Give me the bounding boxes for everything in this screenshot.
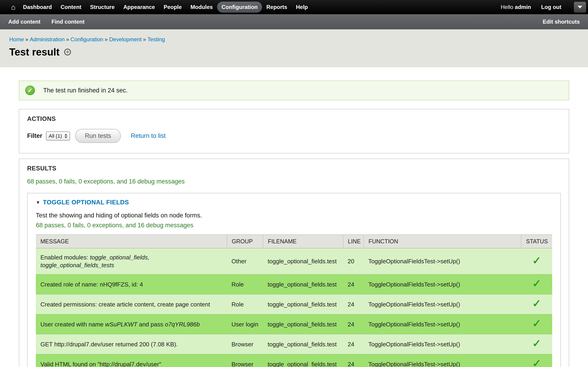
shortcut-link-find-content[interactable]: Find content: [52, 19, 85, 25]
cell-filename: toggle_optional_fields.test: [263, 314, 343, 334]
filter-select[interactable]: All (1): [46, 131, 70, 141]
page-header: Home»Administration»Configuration»Develo…: [0, 29, 588, 67]
select-stepper-icon: [65, 134, 67, 138]
shortcut-links: Add contentFind content: [8, 19, 85, 25]
logout-link[interactable]: Log out: [541, 4, 561, 10]
table-row: Created permissions: create article cont…: [36, 294, 552, 314]
toolbar-item-help[interactable]: Help: [292, 2, 312, 13]
cell-line: 24: [343, 274, 364, 294]
shortcut-link-add-content[interactable]: Add content: [8, 19, 40, 25]
page-title: Test result: [9, 46, 60, 58]
cell-message: Enabled modules: toggle_optional_fields,…: [36, 248, 227, 274]
cell-group: Other: [227, 248, 263, 274]
results-table-body: Enabled modules: toggle_optional_fields,…: [36, 248, 552, 367]
pass-check-icon: ✓: [532, 255, 541, 267]
breadcrumb-separator: »: [141, 36, 147, 42]
status-message-text: The test run finished in 24 sec.: [43, 87, 128, 94]
cell-function: ToggleOptionalFieldsTest->setUp(): [363, 274, 521, 294]
edit-shortcuts-link[interactable]: Edit shortcuts: [543, 19, 580, 25]
breadcrumb-separator: »: [24, 36, 30, 42]
results-table-head-row: MESSAGEGROUPFILENAMELINEFUNCTIONSTATUS: [36, 235, 552, 248]
breadcrumb-separator: »: [103, 36, 109, 42]
cell-status: ✓: [521, 354, 552, 367]
breadcrumb-link-home[interactable]: Home: [9, 36, 24, 42]
actions-legend: ACTIONS: [27, 115, 561, 123]
cell-message: User created with name wSuPLKWT and pass…: [36, 314, 227, 334]
breadcrumb: Home»Administration»Configuration»Develo…: [9, 36, 579, 43]
toolbar-item-modules[interactable]: Modules: [186, 2, 217, 13]
toolbar-item-structure[interactable]: Structure: [86, 2, 119, 13]
column-header-group: GROUP: [227, 235, 263, 248]
column-header-line: LINE: [343, 235, 364, 248]
breadcrumb-separator: »: [65, 36, 70, 42]
cell-filename: toggle_optional_fields.test: [263, 294, 343, 314]
cell-function: ToggleOptionalFieldsTest->setUp(): [363, 294, 521, 314]
toolbar-item-reports[interactable]: Reports: [262, 2, 292, 13]
test-group-title-link[interactable]: TOGGLE OPTIONAL FIELDS: [43, 199, 129, 206]
table-row: User created with name wSuPLKWT and pass…: [36, 314, 552, 334]
cell-filename: toggle_optional_fields.test: [263, 248, 343, 274]
test-group-summary: 68 passes, 0 fails, 0 exceptions, and 16…: [36, 222, 552, 229]
toolbar-item-content[interactable]: Content: [56, 2, 86, 13]
home-icon[interactable]: ⌂: [8, 3, 19, 11]
test-group-description: Test the showing and hiding of optional …: [36, 212, 552, 219]
results-table: MESSAGEGROUPFILENAMELINEFUNCTIONSTATUS E…: [36, 234, 552, 367]
cell-status: ✓: [521, 314, 552, 334]
cell-filename: toggle_optional_fields.test: [263, 274, 343, 294]
column-header-filename: FILENAME: [263, 235, 343, 248]
breadcrumb-link-development[interactable]: Development: [109, 36, 141, 42]
results-legend: RESULTS: [27, 165, 561, 172]
test-group-title-row: ▼ TOGGLE OPTIONAL FIELDS: [36, 199, 552, 206]
toolbar-menu: DashboardContentStructureAppearancePeopl…: [19, 2, 312, 13]
column-header-status: STATUS: [521, 235, 552, 248]
filter-label: Filter: [27, 132, 42, 140]
table-row: Enabled modules: toggle_optional_fields,…: [36, 248, 552, 274]
cell-filename: toggle_optional_fields.test: [263, 334, 343, 354]
pass-check-icon: ✓: [532, 277, 541, 290]
breadcrumb-link-administration[interactable]: Administration: [30, 36, 65, 42]
cell-status: ✓: [521, 334, 552, 354]
username: admin: [515, 4, 531, 10]
breadcrumb-link-testing[interactable]: Testing: [147, 36, 165, 42]
cell-status: ✓: [521, 294, 552, 314]
greeting-prefix: Hello: [501, 4, 515, 10]
toolbar-item-configuration[interactable]: Configuration: [217, 2, 262, 13]
main-content: ✓ The test run finished in 24 sec. ACTIO…: [0, 81, 588, 367]
return-to-list-link[interactable]: Return to list: [131, 132, 166, 140]
cell-status: ✓: [521, 248, 552, 274]
pass-check-icon: ✓: [532, 298, 541, 309]
cell-line: 24: [343, 314, 364, 334]
table-row: GET http://drupal7.dev/user returned 200…: [36, 334, 552, 354]
toolbar-item-dashboard[interactable]: Dashboard: [19, 2, 56, 13]
cell-line: 20: [343, 248, 364, 274]
toolbar-toggle-button[interactable]: [574, 2, 586, 13]
cell-group: Role: [227, 294, 263, 314]
run-tests-button[interactable]: Run tests: [75, 129, 121, 143]
greeting-text: Hello admin: [501, 4, 531, 10]
cell-message: Valid HTML found on "http://drupal7.dev/…: [36, 354, 227, 367]
status-ok-icon: ✓: [25, 85, 35, 95]
pass-check-icon: ✓: [532, 357, 541, 367]
cell-status: ✓: [521, 274, 552, 294]
table-row: Valid HTML found on "http://drupal7.dev/…: [36, 354, 552, 367]
admin-toolbar: ⌂ DashboardContentStructureAppearancePeo…: [0, 0, 588, 14]
cell-message: GET http://drupal7.dev/user returned 200…: [36, 334, 227, 354]
filter-select-value: All (1): [49, 133, 62, 139]
column-header-function: FUNCTION: [363, 235, 521, 248]
column-header-message: MESSAGE: [36, 235, 227, 248]
test-group-fieldset: ▼ TOGGLE OPTIONAL FIELDS Test the showin…: [27, 193, 561, 367]
breadcrumb-link-configuration[interactable]: Configuration: [70, 36, 103, 42]
cell-line: 24: [343, 294, 364, 314]
results-fieldset: RESULTS 68 passes, 0 fails, 0 exceptions…: [19, 158, 569, 367]
pass-check-icon: ✓: [532, 337, 541, 349]
add-shortcut-icon[interactable]: +: [64, 49, 71, 56]
toolbar-item-people[interactable]: People: [159, 2, 186, 13]
collapse-triangle-icon: ▼: [36, 200, 40, 205]
toolbar-item-appearance[interactable]: Appearance: [119, 2, 159, 13]
shortcut-bar: Add contentFind content Edit shortcuts: [0, 14, 588, 29]
status-message: ✓ The test run finished in 24 sec.: [19, 81, 569, 100]
toolbar-user-area: Hello admin Log out: [501, 2, 586, 13]
cell-message: Created permissions: create article cont…: [36, 294, 227, 314]
cell-group: Role: [227, 274, 263, 294]
pass-check-icon: ✓: [532, 317, 541, 329]
